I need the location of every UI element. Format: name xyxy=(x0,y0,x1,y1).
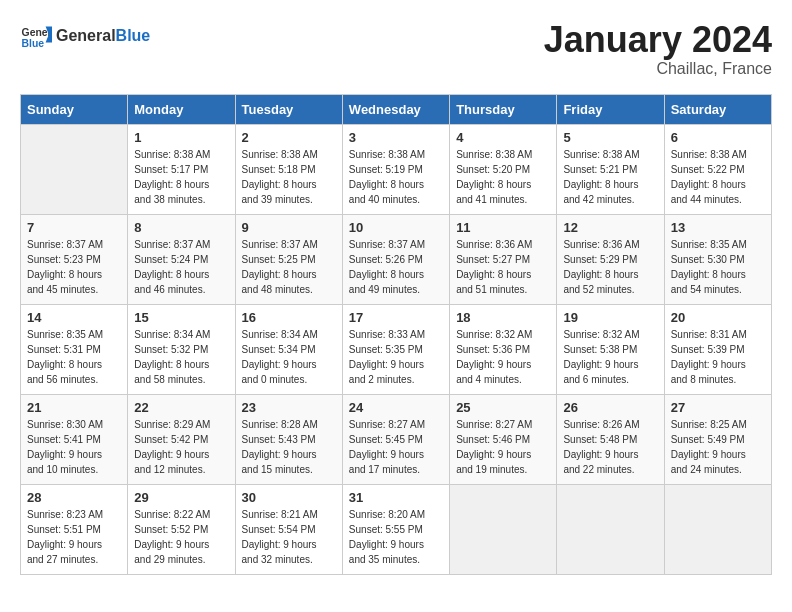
calendar-day-21: 21 Sunrise: 8:30 AM Sunset: 5:41 PM Dayl… xyxy=(21,394,128,484)
day-number: 30 xyxy=(242,490,336,505)
calendar-day-2: 2 Sunrise: 8:38 AM Sunset: 5:18 PM Dayli… xyxy=(235,124,342,214)
calendar-empty-cell xyxy=(450,484,557,574)
day-number: 26 xyxy=(563,400,657,415)
sunrise-text: Sunrise: 8:26 AM xyxy=(563,417,657,432)
day-number: 4 xyxy=(456,130,550,145)
daylight-text: Daylight: 8 hours and 39 minutes. xyxy=(242,177,336,207)
day-info: Sunrise: 8:26 AM Sunset: 5:48 PM Dayligh… xyxy=(563,417,657,477)
logo-blue-text: Blue xyxy=(116,27,151,44)
sunset-text: Sunset: 5:21 PM xyxy=(563,162,657,177)
sunset-text: Sunset: 5:36 PM xyxy=(456,342,550,357)
daylight-text: Daylight: 9 hours and 2 minutes. xyxy=(349,357,443,387)
day-number: 2 xyxy=(242,130,336,145)
sunset-text: Sunset: 5:38 PM xyxy=(563,342,657,357)
sunrise-text: Sunrise: 8:31 AM xyxy=(671,327,765,342)
sunrise-text: Sunrise: 8:27 AM xyxy=(456,417,550,432)
day-number: 29 xyxy=(134,490,228,505)
sunrise-text: Sunrise: 8:21 AM xyxy=(242,507,336,522)
sunrise-text: Sunrise: 8:32 AM xyxy=(563,327,657,342)
sunrise-text: Sunrise: 8:34 AM xyxy=(242,327,336,342)
sunrise-text: Sunrise: 8:36 AM xyxy=(563,237,657,252)
calendar-day-20: 20 Sunrise: 8:31 AM Sunset: 5:39 PM Dayl… xyxy=(664,304,771,394)
sunset-text: Sunset: 5:17 PM xyxy=(134,162,228,177)
day-info: Sunrise: 8:27 AM Sunset: 5:45 PM Dayligh… xyxy=(349,417,443,477)
day-info: Sunrise: 8:38 AM Sunset: 5:22 PM Dayligh… xyxy=(671,147,765,207)
calendar-day-22: 22 Sunrise: 8:29 AM Sunset: 5:42 PM Dayl… xyxy=(128,394,235,484)
calendar-day-25: 25 Sunrise: 8:27 AM Sunset: 5:46 PM Dayl… xyxy=(450,394,557,484)
month-title: January 2024 xyxy=(544,20,772,60)
sunset-text: Sunset: 5:19 PM xyxy=(349,162,443,177)
day-number: 21 xyxy=(27,400,121,415)
calendar-day-17: 17 Sunrise: 8:33 AM Sunset: 5:35 PM Dayl… xyxy=(342,304,449,394)
weekday-header-thursday: Thursday xyxy=(450,94,557,124)
daylight-text: Daylight: 9 hours and 19 minutes. xyxy=(456,447,550,477)
daylight-text: Daylight: 9 hours and 6 minutes. xyxy=(563,357,657,387)
sunrise-text: Sunrise: 8:29 AM xyxy=(134,417,228,432)
calendar-day-16: 16 Sunrise: 8:34 AM Sunset: 5:34 PM Dayl… xyxy=(235,304,342,394)
day-info: Sunrise: 8:33 AM Sunset: 5:35 PM Dayligh… xyxy=(349,327,443,387)
sunrise-text: Sunrise: 8:33 AM xyxy=(349,327,443,342)
calendar-day-18: 18 Sunrise: 8:32 AM Sunset: 5:36 PM Dayl… xyxy=(450,304,557,394)
calendar-day-1: 1 Sunrise: 8:38 AM Sunset: 5:17 PM Dayli… xyxy=(128,124,235,214)
daylight-text: Daylight: 9 hours and 24 minutes. xyxy=(671,447,765,477)
day-info: Sunrise: 8:30 AM Sunset: 5:41 PM Dayligh… xyxy=(27,417,121,477)
calendar-day-28: 28 Sunrise: 8:23 AM Sunset: 5:51 PM Dayl… xyxy=(21,484,128,574)
day-info: Sunrise: 8:34 AM Sunset: 5:34 PM Dayligh… xyxy=(242,327,336,387)
sunset-text: Sunset: 5:25 PM xyxy=(242,252,336,267)
daylight-text: Daylight: 8 hours and 58 minutes. xyxy=(134,357,228,387)
daylight-text: Daylight: 9 hours and 8 minutes. xyxy=(671,357,765,387)
sunset-text: Sunset: 5:54 PM xyxy=(242,522,336,537)
day-info: Sunrise: 8:32 AM Sunset: 5:38 PM Dayligh… xyxy=(563,327,657,387)
calendar-week-5: 28 Sunrise: 8:23 AM Sunset: 5:51 PM Dayl… xyxy=(21,484,772,574)
daylight-text: Daylight: 8 hours and 40 minutes. xyxy=(349,177,443,207)
sunrise-text: Sunrise: 8:20 AM xyxy=(349,507,443,522)
calendar-day-4: 4 Sunrise: 8:38 AM Sunset: 5:20 PM Dayli… xyxy=(450,124,557,214)
sunrise-text: Sunrise: 8:28 AM xyxy=(242,417,336,432)
daylight-text: Daylight: 9 hours and 4 minutes. xyxy=(456,357,550,387)
sunrise-text: Sunrise: 8:37 AM xyxy=(134,237,228,252)
sunset-text: Sunset: 5:35 PM xyxy=(349,342,443,357)
day-number: 9 xyxy=(242,220,336,235)
calendar-day-10: 10 Sunrise: 8:37 AM Sunset: 5:26 PM Dayl… xyxy=(342,214,449,304)
weekday-header-sunday: Sunday xyxy=(21,94,128,124)
sunset-text: Sunset: 5:24 PM xyxy=(134,252,228,267)
day-info: Sunrise: 8:38 AM Sunset: 5:19 PM Dayligh… xyxy=(349,147,443,207)
sunrise-text: Sunrise: 8:38 AM xyxy=(134,147,228,162)
day-info: Sunrise: 8:25 AM Sunset: 5:49 PM Dayligh… xyxy=(671,417,765,477)
day-info: Sunrise: 8:37 AM Sunset: 5:24 PM Dayligh… xyxy=(134,237,228,297)
day-number: 28 xyxy=(27,490,121,505)
calendar-day-5: 5 Sunrise: 8:38 AM Sunset: 5:21 PM Dayli… xyxy=(557,124,664,214)
calendar-empty-cell xyxy=(557,484,664,574)
sunset-text: Sunset: 5:32 PM xyxy=(134,342,228,357)
calendar-day-6: 6 Sunrise: 8:38 AM Sunset: 5:22 PM Dayli… xyxy=(664,124,771,214)
calendar-day-30: 30 Sunrise: 8:21 AM Sunset: 5:54 PM Dayl… xyxy=(235,484,342,574)
day-info: Sunrise: 8:34 AM Sunset: 5:32 PM Dayligh… xyxy=(134,327,228,387)
calendar-day-11: 11 Sunrise: 8:36 AM Sunset: 5:27 PM Dayl… xyxy=(450,214,557,304)
sunset-text: Sunset: 5:48 PM xyxy=(563,432,657,447)
calendar-day-19: 19 Sunrise: 8:32 AM Sunset: 5:38 PM Dayl… xyxy=(557,304,664,394)
calendar-day-3: 3 Sunrise: 8:38 AM Sunset: 5:19 PM Dayli… xyxy=(342,124,449,214)
day-info: Sunrise: 8:32 AM Sunset: 5:36 PM Dayligh… xyxy=(456,327,550,387)
day-number: 19 xyxy=(563,310,657,325)
day-info: Sunrise: 8:36 AM Sunset: 5:29 PM Dayligh… xyxy=(563,237,657,297)
sunset-text: Sunset: 5:51 PM xyxy=(27,522,121,537)
calendar-day-8: 8 Sunrise: 8:37 AM Sunset: 5:24 PM Dayli… xyxy=(128,214,235,304)
daylight-text: Daylight: 9 hours and 15 minutes. xyxy=(242,447,336,477)
day-number: 15 xyxy=(134,310,228,325)
day-number: 25 xyxy=(456,400,550,415)
day-number: 1 xyxy=(134,130,228,145)
sunset-text: Sunset: 5:42 PM xyxy=(134,432,228,447)
daylight-text: Daylight: 9 hours and 27 minutes. xyxy=(27,537,121,567)
daylight-text: Daylight: 9 hours and 22 minutes. xyxy=(563,447,657,477)
sunrise-text: Sunrise: 8:38 AM xyxy=(242,147,336,162)
sunrise-text: Sunrise: 8:32 AM xyxy=(456,327,550,342)
day-number: 27 xyxy=(671,400,765,415)
weekday-header-wednesday: Wednesday xyxy=(342,94,449,124)
weekday-header-tuesday: Tuesday xyxy=(235,94,342,124)
calendar-day-23: 23 Sunrise: 8:28 AM Sunset: 5:43 PM Dayl… xyxy=(235,394,342,484)
day-info: Sunrise: 8:38 AM Sunset: 5:17 PM Dayligh… xyxy=(134,147,228,207)
sunset-text: Sunset: 5:52 PM xyxy=(134,522,228,537)
daylight-text: Daylight: 8 hours and 54 minutes. xyxy=(671,267,765,297)
daylight-text: Daylight: 9 hours and 10 minutes. xyxy=(27,447,121,477)
sunset-text: Sunset: 5:18 PM xyxy=(242,162,336,177)
